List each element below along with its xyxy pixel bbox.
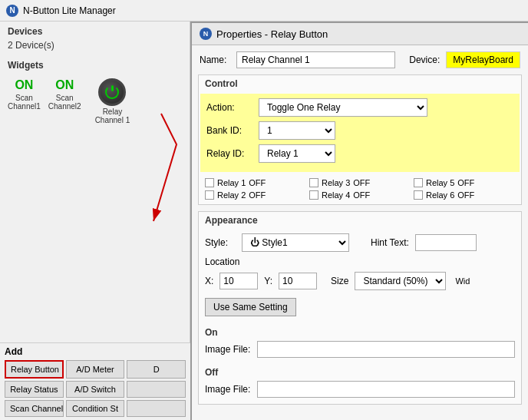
off-image-file-input[interactable] [257, 381, 515, 398]
properties-title: Properties - Relay Button [216, 28, 328, 40]
name-input[interactable] [236, 51, 395, 68]
appearance-section: Appearance Style: ⏻ Style1 ⏻ Style2 Hint… [198, 211, 522, 405]
on-image-file-label: Image File: [205, 344, 251, 355]
devices-count: 2 Device(s) [0, 38, 190, 55]
app-title: N-Button Lite Manager [23, 5, 116, 16]
relay-checkbox-1[interactable] [205, 178, 214, 187]
action-label: Action: [206, 102, 252, 113]
location-label: Location [205, 256, 251, 267]
widget-label-2: ScanChannel2 [48, 94, 81, 111]
relay-status-4: OFF [353, 190, 370, 200]
name-label: Name: [200, 55, 230, 65]
widget-relay-channel1[interactable]: RelayChannel 1 [95, 78, 130, 124]
add-relay-button[interactable]: Relay Button [5, 360, 64, 379]
add-buttons-grid: Relay Button A/D Meter D Relay Status A/… [5, 360, 186, 417]
device-label: Device: [409, 55, 440, 65]
relay-name-6: Relay 6 [426, 190, 454, 200]
relay-status-3: OFF [353, 178, 370, 187]
on-section: On Image File: [199, 324, 521, 364]
location-row: Location [205, 256, 515, 267]
relay-status-6: OFF [457, 190, 474, 200]
properties-panel: N Properties - Relay Button Name: Device… [190, 21, 528, 420]
relay-id-label: Relay ID: [206, 148, 252, 159]
app-icon: N [6, 5, 18, 17]
x-label: X: [205, 276, 213, 286]
size-select[interactable]: Standard (50%) Large (100%) Small (25%) [355, 272, 446, 290]
add-d-button[interactable]: D [127, 360, 186, 379]
relay-checkbox-2[interactable] [205, 190, 214, 200]
relay-checkbox-3[interactable] [309, 178, 318, 187]
control-section: Control Action: Toggle One Relay Turn On… [198, 74, 522, 205]
add-label: Add [5, 346, 186, 360]
left-panel: Devices 2 Device(s) Widgets ON ScanChann… [0, 21, 190, 420]
relay-id-select[interactable]: Relay 1 Relay 2 Relay 3 Relay 4 Relay 5 … [259, 144, 335, 163]
bank-id-select[interactable]: 1 2 3 [259, 121, 335, 140]
on-image-file-row: Image File: [205, 341, 515, 358]
size-label: Size [331, 276, 348, 286]
off-section: Off Image File: [199, 364, 521, 404]
relay-id-row: Relay ID: Relay 1 Relay 2 Relay 3 Relay … [206, 144, 513, 163]
add-scan-channel-button[interactable]: Scan Channel [5, 400, 64, 417]
relay-checkbox-6[interactable] [414, 190, 423, 200]
style-select[interactable]: ⏻ Style1 ⏻ Style2 [242, 233, 349, 252]
widget-scan-channel2[interactable]: ON ScanChannel2 [48, 78, 81, 111]
add-ad-switch-button[interactable]: A/D Switch [66, 381, 125, 398]
devices-label: Devices [0, 21, 190, 38]
on-label: On [205, 327, 515, 338]
properties-title-bar: N Properties - Relay Button [192, 23, 528, 45]
relay-name-3: Relay 3 [322, 178, 350, 187]
relay-name-4: Relay 4 [322, 190, 350, 200]
control-title: Control [199, 75, 521, 92]
relay-item-1: Relay 1 OFF [205, 178, 306, 187]
device-value: MyRelayBoard [446, 51, 520, 68]
relay-status-5: OFF [457, 178, 474, 187]
off-image-file-label: Image File: [205, 384, 251, 395]
y-input[interactable] [279, 273, 317, 289]
appearance-inner: Style: ⏻ Style1 ⏻ Style2 Hint Text: Loca… [199, 229, 521, 324]
widget-label-3: RelayChannel 1 [95, 107, 130, 124]
widget-on-label-2: ON [55, 78, 74, 92]
relay-name-2: Relay 2 [217, 190, 246, 200]
appearance-title: Appearance [199, 212, 521, 229]
xy-size-row: X: Y: Size Standard (50%) Large (100%) S… [205, 272, 515, 290]
relay-item-2: Relay 2 OFF [205, 190, 306, 200]
relay-status-2: OFF [249, 190, 266, 200]
widget-scan-channel1[interactable]: ON ScanChannel1 [8, 78, 41, 111]
relay-item-6: Relay 6 OFF [414, 190, 515, 200]
relay-status-1: OFF [249, 178, 266, 187]
relay-checkbox-4[interactable] [309, 190, 318, 200]
hint-text-label: Hint Text: [371, 237, 409, 248]
bank-id-row: Bank ID: 1 2 3 [206, 121, 513, 140]
use-same-setting-button[interactable]: Use Same Setting [205, 298, 296, 316]
relay-checkbox-5[interactable] [414, 178, 423, 187]
relay-grid: Relay 1 OFF Relay 3 OFF Relay 5 OFF Rela… [199, 174, 521, 204]
hint-text-input[interactable] [415, 234, 477, 251]
widgets-area: ON ScanChannel1 ON ScanChannel2 RelayCha… [0, 72, 190, 131]
relay-item-4: Relay 4 OFF [309, 190, 411, 200]
relay-item-5: Relay 5 OFF [414, 178, 515, 187]
widgets-label: Widgets [0, 55, 190, 72]
add-relay-status-button[interactable]: Relay Status [5, 381, 64, 398]
style-label: Style: [205, 237, 236, 248]
x-input[interactable] [219, 273, 258, 289]
add-ad-meter-button[interactable]: A/D Meter [66, 360, 125, 379]
name-row: Name: Device: MyRelayBoard [192, 45, 528, 74]
y-label: Y: [264, 276, 272, 286]
relay-item-3: Relay 3 OFF [309, 178, 411, 187]
on-image-file-input[interactable] [257, 341, 515, 358]
bank-id-label: Bank ID: [206, 125, 252, 136]
add-section: Add Relay Button A/D Meter D Relay Statu… [0, 342, 190, 420]
add-condition-st-button[interactable]: Condition St [66, 400, 125, 417]
width-label: Wid [455, 276, 470, 286]
props-icon: N [200, 28, 212, 40]
control-inner: Action: Toggle One Relay Turn On Relay T… [200, 94, 520, 172]
add-blank2-button [127, 381, 186, 398]
action-select[interactable]: Toggle One Relay Turn On Relay Turn Off … [259, 98, 427, 117]
style-row: Style: ⏻ Style1 ⏻ Style2 Hint Text: [205, 233, 515, 252]
off-label: Off [205, 367, 515, 378]
off-image-file-row: Image File: [205, 381, 515, 398]
relay-name-1: Relay 1 [217, 178, 246, 187]
relay-name-5: Relay 5 [426, 178, 454, 187]
power-button-icon[interactable] [98, 78, 126, 106]
widget-label-1: ScanChannel1 [8, 94, 41, 111]
